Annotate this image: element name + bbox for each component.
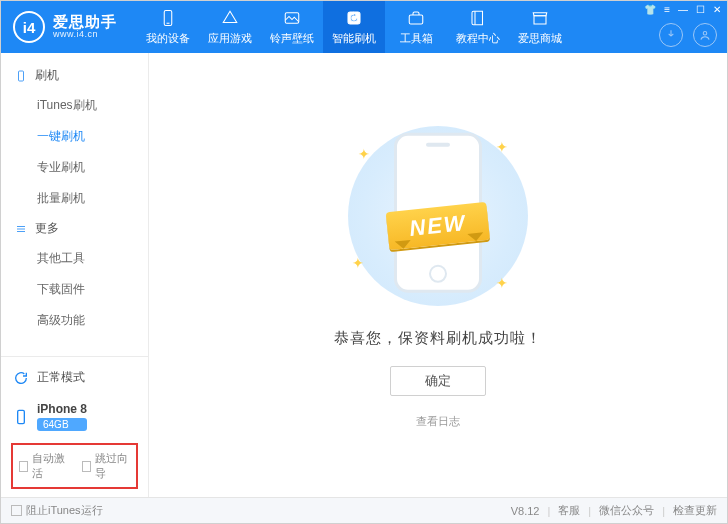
sidebar-scroll: 刷机 iTunes刷机 一键刷机 专业刷机 批量刷机 更多 其他工具 下载固件 …: [1, 53, 148, 356]
brand-text: 爱思助手 www.i4.cn: [53, 14, 117, 40]
nav-label: 智能刷机: [332, 31, 376, 46]
sidebar: 刷机 iTunes刷机 一键刷机 专业刷机 批量刷机 更多 其他工具 下载固件 …: [1, 53, 149, 497]
footer-left: 阻止iTunes运行: [11, 503, 103, 518]
device-row[interactable]: iPhone 8 64GB: [11, 398, 138, 435]
footer-link-wechat[interactable]: 微信公众号: [599, 503, 654, 518]
nav-label: 铃声壁纸: [270, 31, 314, 46]
mode-row[interactable]: 正常模式: [11, 365, 138, 390]
nav-toolbox[interactable]: 工具箱: [385, 1, 447, 53]
success-illustration: ✦ ✦ ✦ ✦ NEW: [328, 121, 548, 311]
app-icon: [220, 8, 240, 28]
account-button[interactable]: [693, 23, 717, 47]
nav-flash[interactable]: 智能刷机: [323, 1, 385, 53]
more-icon: [15, 223, 27, 235]
sparkle-icon: ✦: [352, 255, 364, 271]
header: i4 爱思助手 www.i4.cn 我的设备 应用游戏 铃声壁纸 智能刷机: [1, 1, 727, 53]
nav-label: 我的设备: [146, 31, 190, 46]
group-title: 刷机: [35, 67, 59, 84]
brand-name: 爱思助手: [53, 14, 117, 31]
footer-right: V8.12 | 客服 | 微信公众号 | 检查更新: [511, 503, 717, 518]
nav-label: 教程中心: [456, 31, 500, 46]
minimize-icon[interactable]: —: [678, 4, 688, 15]
menu-icon[interactable]: ≡: [664, 4, 670, 15]
success-message: 恭喜您，保资料刷机成功啦！: [334, 329, 542, 348]
nav-label: 爱思商城: [518, 31, 562, 46]
svg-point-7: [703, 32, 707, 36]
checkbox-block-itunes[interactable]: 阻止iTunes运行: [11, 503, 103, 518]
maximize-icon[interactable]: ☐: [696, 4, 705, 15]
nav-wallpaper[interactable]: 铃声壁纸: [261, 1, 323, 53]
sidebar-item-download-fw[interactable]: 下载固件: [1, 274, 148, 305]
main-panel: ✦ ✦ ✦ ✦ NEW 恭喜您，保资料刷机成功啦！ 确定 查看日志: [149, 53, 727, 497]
checkbox-skip-guide[interactable]: 跳过向导: [82, 451, 131, 481]
phone-icon: [158, 8, 178, 28]
skin-icon[interactable]: 👕: [644, 4, 656, 15]
sparkle-icon: ✦: [496, 275, 508, 291]
sidebar-item-itunes-flash[interactable]: iTunes刷机: [1, 90, 148, 121]
nav-tutorial[interactable]: 教程中心: [447, 1, 509, 53]
footer-link-update[interactable]: 检查更新: [673, 503, 717, 518]
nav-my-device[interactable]: 我的设备: [137, 1, 199, 53]
sidebar-item-batch-flash[interactable]: 批量刷机: [1, 183, 148, 214]
download-button[interactable]: [659, 23, 683, 47]
checkbox-auto-activate[interactable]: 自动激活: [19, 451, 68, 481]
mode-label: 正常模式: [37, 369, 85, 386]
nav-store[interactable]: 爱思商城: [509, 1, 571, 53]
svg-rect-8: [19, 71, 24, 81]
status-bar: 阻止iTunes运行 V8.12 | 客服 | 微信公众号 | 检查更新: [1, 497, 727, 523]
view-log-link[interactable]: 查看日志: [416, 414, 460, 429]
device-icon: [15, 70, 27, 82]
group-title: 更多: [35, 220, 59, 237]
toolbox-icon: [406, 8, 426, 28]
close-icon[interactable]: ✕: [713, 4, 721, 15]
version-label: V8.12: [511, 505, 540, 517]
sidebar-bottom: 正常模式 iPhone 8 64GB 自动激活 跳过向导: [1, 356, 148, 497]
ok-button[interactable]: 确定: [390, 366, 486, 396]
body: 刷机 iTunes刷机 一键刷机 专业刷机 批量刷机 更多 其他工具 下载固件 …: [1, 53, 727, 497]
highlighted-options: 自动激活 跳过向导: [11, 443, 138, 489]
top-nav: 我的设备 应用游戏 铃声壁纸 智能刷机 工具箱 教程中心: [137, 1, 571, 53]
sidebar-item-oneclick-flash[interactable]: 一键刷机: [1, 121, 148, 152]
sparkle-icon: ✦: [358, 146, 370, 162]
image-icon: [282, 8, 302, 28]
storage-badge: 64GB: [37, 418, 87, 431]
svg-rect-12: [18, 410, 25, 423]
sidebar-group-flash[interactable]: 刷机: [1, 61, 148, 90]
brand-url: www.i4.cn: [53, 30, 117, 40]
logo-icon: i4: [13, 11, 45, 43]
nav-apps[interactable]: 应用游戏: [199, 1, 261, 53]
refresh-icon: [344, 8, 364, 28]
window-controls: 👕 ≡ — ☐ ✕: [644, 4, 721, 15]
sidebar-item-pro-flash[interactable]: 专业刷机: [1, 152, 148, 183]
sidebar-group-more[interactable]: 更多: [1, 214, 148, 243]
header-right-buttons: [659, 23, 717, 47]
book-icon: [468, 8, 488, 28]
refresh-small-icon: [13, 370, 29, 386]
footer-link-support[interactable]: 客服: [558, 503, 580, 518]
sparkle-icon: ✦: [496, 139, 508, 155]
app-window: i4 爱思助手 www.i4.cn 我的设备 应用游戏 铃声壁纸 智能刷机: [0, 0, 728, 524]
svg-rect-4: [409, 15, 423, 24]
nav-label: 应用游戏: [208, 31, 252, 46]
device-name: iPhone 8: [37, 402, 87, 416]
logo: i4 爱思助手 www.i4.cn: [1, 11, 117, 43]
nav-label: 工具箱: [400, 31, 433, 46]
phone-small-icon: [13, 409, 29, 425]
sidebar-item-advanced[interactable]: 高级功能: [1, 305, 148, 336]
sidebar-item-other-tools[interactable]: 其他工具: [1, 243, 148, 274]
store-icon: [530, 8, 550, 28]
